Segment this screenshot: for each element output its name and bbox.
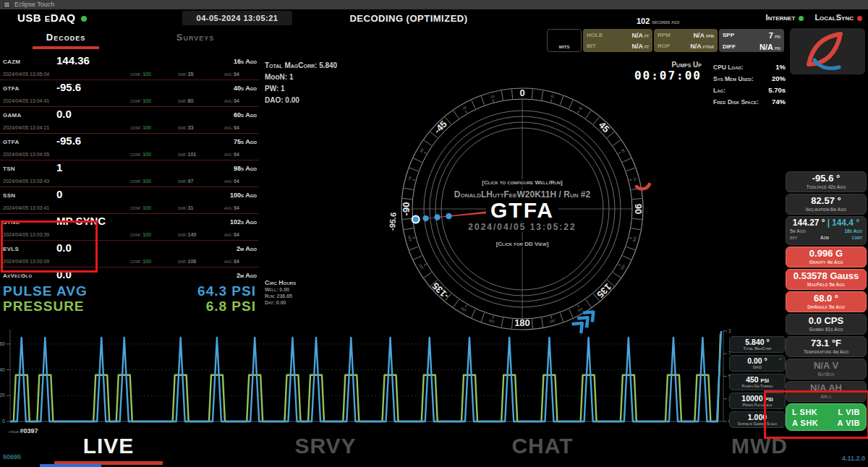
decode-avg: avg:64 [224, 259, 239, 264]
localsync-status-dot [857, 16, 862, 21]
annotation-rect-shock [764, 390, 868, 439]
decode-row[interactable]: GTFA -95.6 40s Ago 2024/04/05 13:04:41 c… [0, 80, 259, 107]
app-icon [4, 1, 10, 8]
decode-avg: avg:64 [224, 72, 239, 77]
decode-time: 2024/04/05 13:04:21 [3, 125, 49, 130]
decode-conf: conf:100 [130, 152, 151, 157]
pumps-up-label: Pumps Up [624, 61, 702, 69]
decode-time: 2024/04/05 13:04:41 [3, 98, 49, 103]
setting-tile[interactable]: 5.840 ° Total MagCorr [729, 336, 786, 353]
bottom-tab[interactable]: LIVE [36, 434, 181, 458]
decode-ago: 98s Ago [234, 165, 257, 172]
decode-value: 1 [56, 161, 62, 173]
svg-text:-45: -45 [432, 119, 449, 136]
configure-well-run-link[interactable]: [Click to configure Well/Run] [477, 179, 567, 186]
readout-tile[interactable]: -95.6 ° Toolface 42s Ago [786, 171, 867, 192]
pressure-value: 6.8 PSI [206, 299, 256, 314]
decode-value: -95.6 [56, 81, 81, 93]
decode-conf: conf:100 [130, 179, 151, 184]
decode-row[interactable]: GAMA 0.0 60s Ago 2024/04/05 13:04:21 con… [0, 107, 259, 134]
decode-ago: 40s Ago [234, 85, 257, 92]
decode-label: GTFA [3, 85, 20, 92]
decode-avg: avg:64 [224, 179, 239, 184]
decode-label: CAZM [3, 59, 20, 65]
ago-unit: seconds ago [652, 20, 679, 25]
decode-row[interactable]: TSN 1 98s Ago 2024/04/05 13:03:43 conf:1… [0, 160, 259, 187]
decode-avg: avg:64 [224, 205, 239, 210]
wits-rpm-rop: RPMN/Arpm ROPN/Aft/hr [654, 29, 718, 52]
decode-snr: snr:80 [178, 98, 193, 103]
svg-text:-120: -120 [418, 263, 425, 271]
device-label: USB eDAQ [17, 12, 87, 24]
decoding-status: DECODING (OPTIMIZED) [304, 13, 514, 24]
tab-surveys[interactable]: Surveys [163, 32, 228, 43]
decode-snr: snr:149 [178, 232, 196, 237]
readout-tile[interactable]: 73.1 °F Temperature 4m Ago [786, 336, 867, 357]
svg-text:120: 120 [620, 264, 626, 270]
decode-row[interactable]: CAZM 144.36 16s Ago 2024/04/05 13:05:04 … [0, 53, 259, 80]
brand-logo [790, 28, 865, 74]
bottom-tab[interactable]: CHAT [470, 434, 615, 458]
system-stats: CPU Load:1% Sys Mem Used:20% Lag:5.70s F… [713, 61, 786, 108]
dial-timestamp: 2024/04/05 13:05:22 [464, 222, 580, 232]
decode-avg: avg:64 [224, 232, 239, 237]
dd-view-link[interactable]: [Click for DD View] [492, 241, 553, 247]
svg-text:60: 60 [621, 148, 626, 153]
dao: DAO: 0.00 [265, 95, 337, 106]
readout-tile[interactable]: 0.0 CPS Gamma 61s Ago [786, 314, 867, 335]
decode-label: TSN [3, 166, 15, 172]
setting-tile[interactable]: 450 psi Pumps On Thresh [729, 374, 786, 390]
circ-hours: Circ Hours Well: 0.00 Run: 236.65 Day: 0… [265, 279, 296, 306]
pressure-summary: PULSE AVG64.3 PSI PRESSURE6.8 PSI [0, 283, 259, 314]
wits-spp-diff: SPP7psi DIFFN/Apsi [719, 29, 784, 52]
decode-row[interactable]: GTFA -95.6 75s Ago 2024/04/05 13:04:05 c… [0, 134, 259, 160]
readout-tile[interactable]: 0.53578 Gauss MagField 5m Ago [786, 269, 867, 290]
decode-time: 2024/04/05 13:05:04 [3, 72, 49, 77]
wits-label: wits [547, 29, 582, 52]
readout-tile[interactable]: 0.996 G Gravity 4m Ago [786, 247, 867, 267]
decode-avg: avg:64 [224, 98, 239, 103]
decode-conf: conf:100 [130, 72, 151, 77]
svg-text:-60: -60 [419, 147, 425, 154]
last-decode-ago: 102seconds ago [637, 14, 679, 27]
system-stat-row: CPU Load:1% [713, 61, 786, 73]
needle-value-label: -95.6 [388, 212, 398, 231]
decode-conf: conf:100 [130, 98, 151, 103]
localsync-label: LocalSync [814, 13, 854, 22]
readout-tile[interactable]: 68.0 ° DipAngle 5m Ago [786, 291, 867, 312]
decode-time: 2024/04/05 13:03:43 [3, 179, 49, 184]
decode-snr: snr:31 [178, 205, 193, 210]
system-stat-row: Sys Mem Used:20% [713, 73, 786, 85]
decode-avg: avg:64 [224, 152, 239, 157]
svy-azm-tile[interactable]: 144.27 °|144.4 ° 5m Ago18s Ago svyAzmcon… [786, 216, 867, 245]
footer-serial: 50695 [3, 453, 21, 460]
annotation-rect-decodes [1, 220, 98, 273]
decode-ago: 60s Ago [234, 111, 257, 119]
decode-row[interactable]: SSN 0 100s Ago 2024/04/05 13:03:41 conf:… [0, 187, 259, 214]
readout-tile[interactable]: N/A V BatBus [786, 359, 867, 380]
svg-text:135: 135 [595, 281, 613, 300]
logo-icon [790, 28, 865, 74]
svg-text:60: 60 [0, 341, 5, 346]
bottom-tab[interactable]: SRVY [253, 434, 398, 458]
window-titlebar: Eclipse Touch [0, 0, 868, 9]
decode-conf: conf:100 [130, 125, 151, 130]
svg-text:15: 15 [550, 95, 556, 99]
check-icon: ✓ [778, 356, 783, 362]
internet-status-dot [799, 16, 804, 21]
footer-version: 4.11.2.0 [842, 455, 865, 462]
svg-text:-30: -30 [461, 106, 468, 111]
readout-tile[interactable]: 82.57 ° Inclination 6m Ago [786, 194, 867, 215]
svg-text:20: 20 [0, 393, 5, 398]
svg-text:40: 40 [0, 367, 5, 372]
decode-avg: avg:64 [224, 125, 239, 130]
dial-center-info[interactable]: [Click to configure Well/Run] DonaldLHut… [405, 179, 639, 247]
setting-tile[interactable]: 0.00 ° DAO ✓ [729, 355, 786, 372]
cycle-counter: cycle#0397 [9, 423, 38, 436]
system-stat-row: Free Disk Space:74% [713, 96, 786, 108]
window-title: Eclipse Touch [14, 1, 54, 8]
decode-snr: snr:33 [178, 125, 193, 130]
decode-ago: 102s Ago [230, 218, 257, 226]
ago-value: 102 [637, 17, 650, 25]
tab-decodes[interactable]: Decodes [33, 32, 99, 43]
